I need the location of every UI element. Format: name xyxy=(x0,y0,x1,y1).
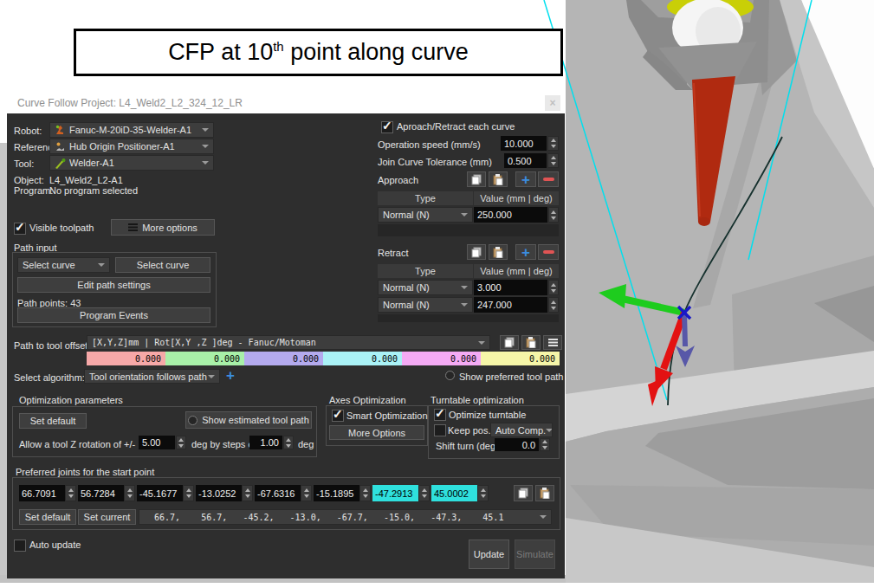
steps-field[interactable]: 1.00 xyxy=(249,436,282,449)
edit-path-settings-label: Edit path settings xyxy=(77,280,150,290)
approach-table-empty xyxy=(378,224,559,236)
retract-row2-type-dropdown[interactable]: Normal (N) xyxy=(378,297,473,313)
joint-value-field[interactable]: -15.1895 xyxy=(314,485,359,501)
approach-row-type-value: Normal (N) xyxy=(383,210,430,220)
auto-comp-dropdown[interactable]: Auto Comp. xyxy=(490,423,553,437)
offset-format-value: [X,Y,Z]mm | Rot[X,Y ,Z ]deg - Fanuc/Moto… xyxy=(92,338,316,347)
spinner[interactable] xyxy=(65,485,76,501)
spinner[interactable] xyxy=(242,485,253,501)
operation-speed-field[interactable]: 10.000 xyxy=(501,136,547,151)
approach-copy-button[interactable] xyxy=(467,171,486,187)
show-estimated-label: Show estimated tool path xyxy=(202,415,309,425)
approach-row-value-field[interactable]: 250.000 xyxy=(474,207,547,223)
program-events-button[interactable]: Program Events xyxy=(17,307,210,323)
approach-retract-checkbox[interactable] xyxy=(381,121,393,133)
join-tolerance-field[interactable]: 0.500 xyxy=(504,153,547,168)
shift-turn-spinner[interactable] xyxy=(540,438,550,451)
joints-set-current-button[interactable]: Set current xyxy=(78,509,136,525)
joint-value-field[interactable]: -13.0252 xyxy=(196,485,242,501)
spinner[interactable] xyxy=(301,485,312,501)
retract-row1-spinner[interactable] xyxy=(548,280,559,295)
copy-icon xyxy=(471,174,482,185)
optimize-turntable-label: Optimize turntable xyxy=(449,410,526,420)
smart-optimization-label: Smart Optimization xyxy=(346,410,428,421)
rotation-field[interactable]: 5.00 xyxy=(139,436,175,449)
copy-icon xyxy=(504,337,515,348)
algorithm-dropdown[interactable]: Tool orientation follows path xyxy=(84,369,220,384)
select-curve-button[interactable]: Select curve xyxy=(115,257,210,273)
visible-toolpath-label: Visible toolpath xyxy=(29,223,94,233)
joint-value-field[interactable]: -67.6316 xyxy=(255,485,301,501)
joint-value-field[interactable]: -45.1677 xyxy=(137,485,183,501)
tool-label: Tool: xyxy=(14,158,34,169)
offset-cell[interactable]: 0.000 xyxy=(244,352,323,365)
auto-update-checkbox[interactable] xyxy=(14,540,26,552)
approach-paste-button[interactable] xyxy=(489,171,508,187)
offset-cell[interactable]: 0.000 xyxy=(481,352,560,365)
close-button[interactable]: × xyxy=(545,95,560,111)
show-estimated-radio[interactable] xyxy=(188,416,197,425)
show-preferred-radio[interactable] xyxy=(445,371,455,380)
retract-add-button[interactable]: + xyxy=(515,244,536,260)
approach-row-spinner[interactable] xyxy=(548,207,559,223)
joints-summary-dropdown[interactable]: 66.7, 56.7, -45.2, -13.0, -67.7, -15.0, … xyxy=(139,509,552,525)
retract-copy-button[interactable] xyxy=(467,244,486,260)
optimize-turntable-checkbox[interactable] xyxy=(434,409,446,421)
joint-value-field[interactable]: 66.7091 xyxy=(19,485,65,501)
reference-dropdown[interactable]: Hub Origin Positioner-A1 xyxy=(49,139,214,154)
tool-dropdown[interactable]: Welder-A1 xyxy=(49,155,214,171)
simulate-button[interactable]: Simulate xyxy=(515,540,555,569)
spinner[interactable] xyxy=(477,485,489,501)
offset-cell[interactable]: 0.000 xyxy=(402,352,481,365)
offset-cell[interactable]: 0.000 xyxy=(323,352,402,365)
edit-path-settings-button[interactable]: Edit path settings xyxy=(17,277,210,293)
retract-row1-type-dropdown[interactable]: Normal (N) xyxy=(378,280,473,295)
robot-dropdown[interactable]: Fanuc-M-20iD-35-Welder-A1 xyxy=(49,122,214,138)
offset-menu-button[interactable] xyxy=(543,335,562,350)
keep-pos-checkbox[interactable] xyxy=(434,424,446,436)
axes-more-options-button[interactable]: More Options xyxy=(329,425,424,440)
joint-value-field[interactable]: -47.2913 xyxy=(372,485,418,501)
joint-value-field[interactable]: 45.0002 xyxy=(431,485,477,501)
opt-set-default-button[interactable]: Set default xyxy=(19,413,87,429)
approach-add-button[interactable]: + xyxy=(515,171,536,187)
select-curve-dropdown[interactable]: Select curve xyxy=(17,257,110,273)
retract-row1-value-field[interactable]: 3.000 xyxy=(474,280,547,295)
offset-format-dropdown[interactable]: [X,Y,Z]mm | Rot[X,Y ,Z ]deg - Fanuc/Moto… xyxy=(87,335,490,350)
retract-row2-value-field[interactable]: 247.000 xyxy=(474,297,547,313)
joints-set-default-button[interactable]: Set default xyxy=(19,509,76,525)
object-value: L4_Weld2_L2-A1 xyxy=(49,175,123,185)
offset-cell[interactable]: 0.000 xyxy=(87,352,165,365)
join-tolerance-spinner[interactable] xyxy=(547,153,559,168)
update-button[interactable]: Update xyxy=(469,540,509,569)
update-label: Update xyxy=(474,549,504,559)
offset-cell[interactable]: 0.000 xyxy=(165,352,244,365)
operation-speed-spinner[interactable] xyxy=(547,136,559,151)
visible-toolpath-checkbox[interactable] xyxy=(14,223,26,235)
joint-unit: -47.2913 xyxy=(372,485,430,501)
algorithm-value: Tool orientation follows path xyxy=(89,372,207,382)
algorithm-add-button[interactable]: + xyxy=(226,368,235,383)
offset-copy-button[interactable] xyxy=(500,335,519,350)
spinner[interactable] xyxy=(124,485,135,501)
spinner[interactable] xyxy=(183,485,194,501)
retract-remove-button[interactable] xyxy=(538,244,559,260)
joints-copy-button[interactable] xyxy=(514,485,533,501)
approach-row-type-dropdown[interactable]: Normal (N) xyxy=(378,207,473,223)
steps-spinner[interactable] xyxy=(283,436,294,449)
shift-turn-field[interactable]: 0.0 xyxy=(495,438,539,451)
offset-paste-button[interactable] xyxy=(521,335,541,350)
approach-remove-button[interactable] xyxy=(538,171,559,187)
joints-paste-button[interactable] xyxy=(535,485,554,501)
retract-row2-spinner[interactable] xyxy=(548,297,559,313)
dialog-titlebar[interactable]: Curve Follow Project: L4_Weld2_L2_324_12… xyxy=(7,93,565,113)
more-options-button[interactable]: More options xyxy=(111,219,215,236)
spinner[interactable] xyxy=(418,485,430,501)
joint-fields: 66.709156.7284-45.1677-13.0252-67.6316-1… xyxy=(19,485,489,501)
spinner[interactable] xyxy=(359,485,371,501)
retract-paste-button[interactable] xyxy=(489,244,508,260)
show-estimated-toggle[interactable]: Show estimated tool path xyxy=(185,411,312,429)
rotation-spinner[interactable] xyxy=(176,436,186,449)
smart-optimization-checkbox[interactable] xyxy=(332,410,344,422)
joint-value-field[interactable]: 56.7284 xyxy=(78,485,124,501)
